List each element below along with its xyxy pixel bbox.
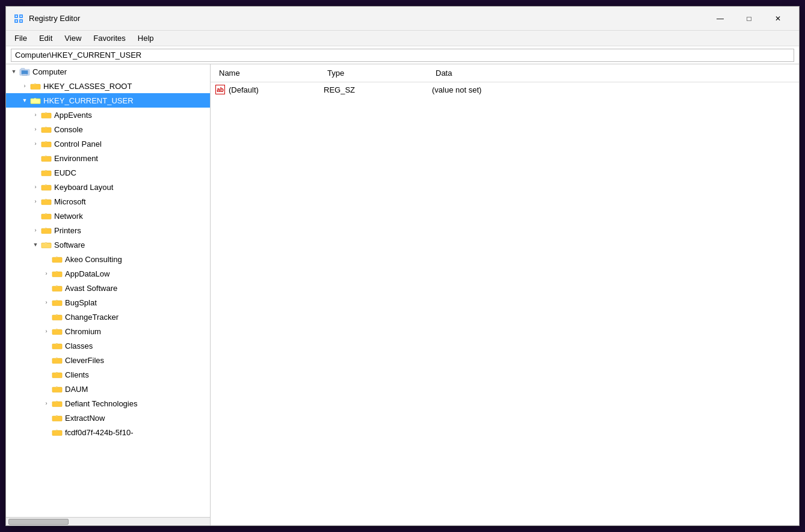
svg-rect-5 xyxy=(20,16,22,17)
menu-favorites[interactable]: Favorites xyxy=(87,32,131,44)
tree-node-akeo[interactable]: Akeo Consulting xyxy=(6,252,210,266)
title-bar: Registry Editor — □ ✕ xyxy=(6,7,799,31)
tree-label-environment: Environment xyxy=(54,154,98,163)
menu-view[interactable]: View xyxy=(58,32,87,44)
tree-node-console[interactable]: › Console xyxy=(6,122,210,136)
folder-icon-software xyxy=(41,240,52,249)
menu-edit[interactable]: Edit xyxy=(33,32,58,44)
svg-rect-4 xyxy=(16,16,17,17)
tree-node-network[interactable]: Network xyxy=(6,209,210,223)
expand-computer[interactable]: ▼ xyxy=(8,66,19,77)
tree-node-microsoft[interactable]: › Microsoft xyxy=(6,194,210,209)
svg-rect-7 xyxy=(20,20,22,22)
expand-bugsplat[interactable]: › xyxy=(41,297,52,308)
svg-rect-35 xyxy=(52,402,62,406)
svg-rect-16 xyxy=(42,127,51,132)
scrollbar-thumb[interactable] xyxy=(8,519,69,525)
folder-icon-network xyxy=(41,212,52,220)
folder-icon-clients xyxy=(52,370,63,379)
svg-rect-17 xyxy=(42,142,51,147)
tree-node-clients[interactable]: Clients xyxy=(6,367,210,382)
tree-node-computer[interactable]: ▼ Computer xyxy=(6,64,210,79)
folder-icon-extractnow xyxy=(52,414,63,422)
folder-icon-keyboardlayout xyxy=(41,183,52,191)
tree-label-cleverfiles: CleverFiles xyxy=(65,356,104,365)
detail-cell-name: ab (Default) xyxy=(215,85,324,94)
svg-rect-19 xyxy=(42,171,51,176)
expand-appdatalow[interactable]: › xyxy=(41,268,52,279)
tree-node-bugsplat[interactable]: › BugSplat xyxy=(6,295,210,310)
col-header-name[interactable]: Name xyxy=(215,67,324,79)
tree-node-keyboard-layout[interactable]: › Keyboard Layout xyxy=(6,180,210,194)
tree-label-keyboardlayout: Keyboard Layout xyxy=(54,183,113,192)
col-header-type[interactable]: Type xyxy=(324,67,432,79)
tree-node-eudc[interactable]: EUDC xyxy=(6,165,210,180)
tree-label-daum: DAUM xyxy=(65,385,88,394)
tree-label-clients: Clients xyxy=(65,370,89,379)
tree-label-software: Software xyxy=(54,240,85,249)
tree-label-controlpanel: Control Panel xyxy=(54,139,102,148)
tree-node-fcdf[interactable]: fcdf0d7f-424b-5f10- xyxy=(6,425,210,439)
tree-node-cleverfiles[interactable]: CleverFiles xyxy=(6,353,210,367)
expand-microsoft[interactable]: › xyxy=(30,196,41,207)
tree-node-changetracker[interactable]: ChangeTracker xyxy=(6,310,210,324)
folder-icon-chromium xyxy=(52,327,63,335)
title-bar-text: Registry Editor xyxy=(29,14,706,23)
menu-file[interactable]: File xyxy=(8,32,33,44)
svg-rect-10 xyxy=(22,70,28,74)
folder-icon-classes xyxy=(52,341,63,350)
tree-scrollbar-horizontal[interactable] xyxy=(6,517,210,525)
svg-rect-27 xyxy=(52,286,62,291)
expand-defiant[interactable]: › xyxy=(41,398,52,409)
detail-row-default[interactable]: ab (Default) REG_SZ (value not set) xyxy=(211,82,799,97)
tree-node-defiant[interactable]: › Defiant Technologies xyxy=(6,396,210,411)
close-button[interactable]: ✕ xyxy=(764,9,792,28)
tree-node-appevents[interactable]: › AppEvents xyxy=(6,108,210,122)
tree-node-printers[interactable]: › Printers xyxy=(6,223,210,237)
expand-software[interactable]: ▼ xyxy=(30,239,41,250)
expand-hkcu[interactable]: ▼ xyxy=(19,95,30,106)
tree-panel[interactable]: ▼ Computer › HKEY_CLASSES_ROOT xyxy=(6,64,211,525)
tree-node-hkcu[interactable]: ▼ HKEY_CURRENT_USER xyxy=(6,93,210,108)
expand-hkcr[interactable]: › xyxy=(19,81,30,91)
tree-node-daum[interactable]: DAUM xyxy=(6,382,210,396)
folder-icon-changetracker xyxy=(52,313,63,321)
tree-node-appdatalow[interactable]: › AppDataLow xyxy=(6,266,210,281)
expand-keyboardlayout[interactable]: › xyxy=(30,182,41,192)
tree-node-hkey-classes-root[interactable]: › HKEY_CLASSES_ROOT xyxy=(6,79,210,93)
tree-label-changetracker: ChangeTracker xyxy=(65,313,119,322)
minimize-button[interactable]: — xyxy=(706,9,734,28)
svg-rect-32 xyxy=(52,358,62,363)
tree-node-classes[interactable]: Classes xyxy=(6,338,210,353)
tree-node-software[interactable]: ▼ Software xyxy=(6,237,210,252)
folder-icon-cleverfiles xyxy=(52,356,63,364)
tree-label-network: Network xyxy=(54,212,83,221)
svg-rect-34 xyxy=(52,387,62,392)
expand-printers[interactable]: › xyxy=(30,225,41,236)
expand-appevents[interactable]: › xyxy=(30,109,41,120)
detail-cell-type: REG_SZ xyxy=(324,85,432,94)
tree-node-environment[interactable]: Environment xyxy=(6,151,210,165)
expand-chromium[interactable]: › xyxy=(41,326,52,337)
expand-console[interactable]: › xyxy=(30,124,41,135)
svg-rect-24 xyxy=(42,243,51,248)
tree-node-control-panel[interactable]: › Control Panel xyxy=(6,136,210,151)
tree-node-chromium[interactable]: › Chromium xyxy=(6,324,210,338)
tree-label-fcdf: fcdf0d7f-424b-5f10- xyxy=(65,428,133,437)
main-content: ▼ Computer › HKEY_CLASSES_ROOT xyxy=(6,64,799,525)
svg-rect-28 xyxy=(52,301,62,305)
tree-label-bugsplat: BugSplat xyxy=(65,298,97,307)
folder-icon-controlpanel xyxy=(41,139,52,148)
folder-icon-daum xyxy=(52,385,63,393)
menu-help[interactable]: Help xyxy=(132,32,160,44)
address-input[interactable] xyxy=(11,49,794,62)
expand-controlpanel[interactable]: › xyxy=(30,138,41,149)
maximize-button[interactable]: □ xyxy=(735,9,763,28)
tree-node-avast[interactable]: Avast Software xyxy=(6,281,210,295)
folder-icon-printers xyxy=(41,226,52,234)
folder-icon-hkcu xyxy=(30,96,41,105)
menu-bar: File Edit View Favorites Help xyxy=(6,31,799,46)
tree-node-extractnow[interactable]: ExtractNow xyxy=(6,411,210,425)
svg-rect-36 xyxy=(52,416,62,421)
col-header-data[interactable]: Data xyxy=(432,67,794,79)
